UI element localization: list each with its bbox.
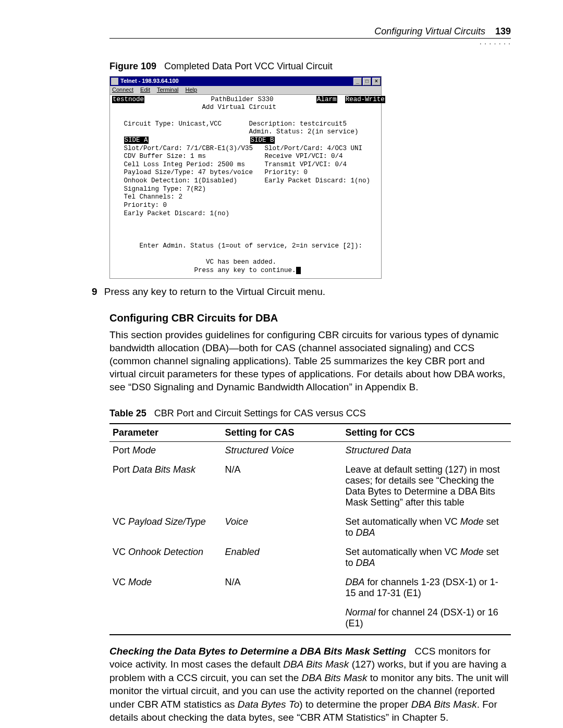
table-caption-text: CBR Port and Circuit Settings for CAS ve… (154, 408, 366, 418)
table-caption: Table 25 CBR Port and Circuit Settings f… (109, 408, 511, 419)
cas-value: Structured Voice (222, 441, 342, 461)
maximize-button[interactable]: □ (363, 78, 371, 85)
a-epd: Early Packet Discard: 1(no) (124, 210, 230, 217)
th-parameter: Parameter (109, 424, 222, 442)
param: VC Mode (113, 577, 152, 587)
table-row: Port Data Bits Mask N/A Leave at default… (109, 461, 511, 513)
close-button[interactable]: × (372, 78, 381, 85)
a-tel: Tel Channels: 2 (124, 193, 183, 201)
table-label: Table 25 (109, 408, 146, 418)
ccs-value: Set automatically when VC Mode set to DB… (342, 544, 511, 574)
hostname: testnode (112, 96, 144, 103)
param: Port Mode (113, 445, 156, 455)
table-row: VC Payload Size/Type Voice Set automatic… (109, 513, 511, 544)
table-row: VC Mode N/A DBA for channels 1-23 (DSX-1… (109, 574, 511, 604)
page-number: 139 (495, 26, 511, 36)
a-cell: Cell Loss Integ Period: 2500 ms (124, 161, 246, 168)
section2-lead: Checking the Data Bytes to Determine a D… (109, 646, 406, 657)
b-priority: Priority: 0 (265, 169, 308, 176)
param (109, 604, 222, 635)
figure-caption: Figure 109 Completed Data Port VCC Virtu… (109, 61, 511, 72)
menu-terminal[interactable]: Terminal (157, 87, 179, 93)
ccs-value: Leave at default setting (127) in most c… (342, 461, 511, 513)
table-row: Port Mode Structured Voice Structured Da… (109, 441, 511, 461)
step-number: 9 (92, 286, 97, 297)
table-row: VC Onhook Detection Enabled Set automati… (109, 544, 511, 574)
b-slot: Slot/Port/Card: 4/OC3 UNI (265, 145, 363, 152)
ccs-value: Normal for channel 24 (DSX-1) or 16 (E1) (342, 604, 511, 635)
window-title: Telnet - 198.93.64.100 (120, 78, 353, 85)
step-9: 9 Press any key to return to the Virtual… (92, 286, 511, 298)
cas-value (222, 604, 342, 635)
rw-status: Read-Write (345, 96, 385, 103)
menu-edit[interactable]: Edit (140, 87, 150, 93)
terminal-area: testnode PathBuilder S330 Alarm Read-Wri… (110, 95, 381, 278)
telnet-window: Telnet - 198.93.64.100 _ □ × Connect Edi… (109, 76, 382, 279)
section2-body: CCS monitors for voice activity. In most… (109, 646, 509, 723)
th-cas: Setting for CAS (222, 424, 342, 442)
a-priority: Priority: 0 (124, 202, 167, 209)
a-onhook: Onhook Detection: 1(Disabled) (124, 177, 238, 184)
ccs-value: Structured Data (342, 441, 511, 461)
cas-value: Voice (222, 513, 342, 544)
a-slot: Slot/Port/Card: 7/1/CBR-E1(3)/V35 (124, 145, 253, 152)
param: Port Data Bits Mask (113, 464, 195, 475)
minimize-button[interactable]: _ (353, 78, 362, 85)
section-data-bytes: Checking the Data Bytes to Determine a D… (109, 645, 511, 724)
side-a-label: SIDE A (124, 137, 149, 144)
circuit-type: Circuit Type: Unicast,VCC (124, 120, 222, 128)
figure-label: Figure 109 (109, 61, 156, 71)
menu-help[interactable]: Help (186, 87, 198, 93)
ccs-value: DBA for channels 1-23 (DSX-1) or 1-15 an… (342, 574, 511, 604)
header-title: Configuring Virtual Circuits (374, 26, 485, 36)
b-rx: Receive VPI/VCI: 0/4 (265, 153, 343, 160)
vc-added: VC has been added. (206, 258, 276, 266)
menu-connect[interactable]: Connect (112, 87, 133, 93)
figure-caption-text: Completed Data Port VCC Virtual Circuit (164, 61, 333, 71)
screen-title: Add Virtual Circuit (202, 104, 277, 111)
a-sig: Signaling Type: 7(R2) (124, 186, 206, 193)
param: VC Payload Size/Type (113, 516, 206, 527)
settings-table: Parameter Setting for CAS Setting for CC… (109, 423, 511, 635)
side-b-label: SIDE B (250, 137, 275, 144)
prompt: Enter Admin. Status (1=out of service, 2… (140, 242, 363, 250)
b-tx: Transmit VPI/VCI: 0/4 (265, 161, 347, 168)
b-epd: Early Packet Discard: 1(no) (265, 177, 371, 184)
param: VC Onhook Detection (113, 547, 203, 557)
a-cdv: CDV Buffer Size: 1 ms (124, 153, 206, 160)
device-model: PathBuilder S330 (211, 96, 274, 103)
window-menubar: Connect Edit Terminal Help (110, 86, 381, 95)
cas-value: Enabled (222, 544, 342, 574)
step-text: Press any key to return to the Virtual C… (104, 286, 325, 297)
description: Description: testcircuit5 (249, 120, 347, 128)
cas-value: N/A (222, 574, 342, 604)
th-ccs: Setting for CCS (342, 424, 511, 442)
app-icon (111, 78, 118, 85)
section-body-cbr: This section provides guidelines for con… (109, 328, 511, 393)
press-key: Press any key to continue. (194, 267, 296, 274)
section-heading-cbr: Configuring CBR Circuits for DBA (109, 312, 511, 324)
ccs-value: Set automatically when VC Mode set to DB… (342, 513, 511, 544)
table-row: Normal for channel 24 (DSX-1) or 16 (E1) (109, 604, 511, 635)
admin-status: Admin. Status: 2(in service) (249, 128, 359, 135)
a-payload: Payload Size/Type: 47 bytes/voice (124, 169, 253, 176)
window-titlebar: Telnet - 198.93.64.100 _ □ × (110, 77, 381, 86)
cas-value: N/A (222, 461, 342, 513)
alarm-status: Alarm (316, 96, 337, 103)
header-dots: . . . . . . . (109, 39, 511, 46)
page-header: Configuring Virtual Circuits 139 (109, 26, 511, 39)
